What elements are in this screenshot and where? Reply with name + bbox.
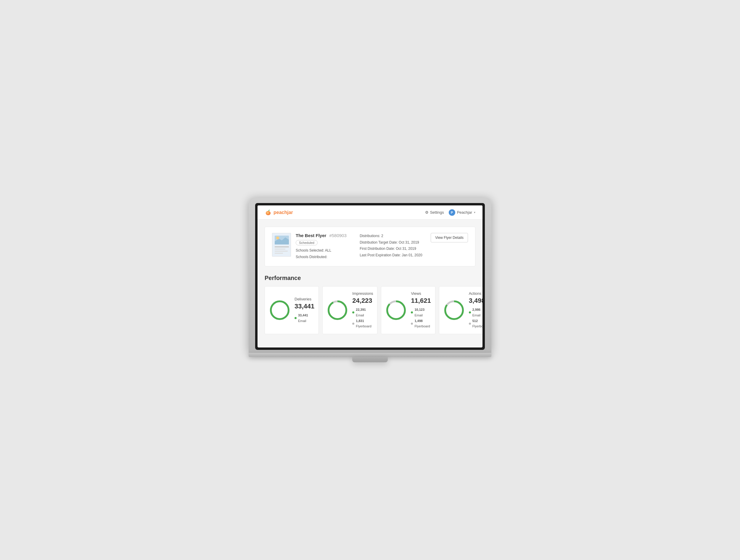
metric-value-views: 11,621 xyxy=(411,297,431,304)
metric-label-deliveries: Deliveries xyxy=(294,297,314,301)
laptop-base xyxy=(249,353,491,357)
email-breakdown: 33,441 Email xyxy=(294,312,314,323)
flyerboard-breakdown: 1,498 Flyerboard xyxy=(411,318,431,329)
gear-icon: ⚙ xyxy=(425,210,429,214)
email-dot xyxy=(352,311,354,313)
flyerboard-dot xyxy=(469,322,471,325)
app-content: The Best Flyer #580903 Scheduled Schools… xyxy=(258,220,482,341)
first-dist-row: First Distribution Date: Oct 31, 2019 xyxy=(360,246,431,252)
svg-rect-5 xyxy=(275,246,289,248)
laptop-container: peachjar ⚙ Settings P Peachjar ▾ xyxy=(249,198,491,362)
metric-label-impressions: Impressions xyxy=(352,291,373,296)
flyer-thumbnail-image xyxy=(272,233,291,256)
expiration-date-row: Last Post Expiration Date: Jan 01, 2020 xyxy=(360,252,431,259)
flyerboard-breakdown: 512 Flyerboard xyxy=(469,318,482,329)
email-dot xyxy=(294,317,297,319)
metric-info-impressions: Impressions 24,223 22,391 Email 1,831 Fl… xyxy=(352,291,373,329)
flyer-id: #580903 xyxy=(329,233,346,238)
donut-chart-impressions xyxy=(327,299,348,321)
view-flyer-details-button[interactable]: View Flyer Details xyxy=(431,233,468,243)
flyer-card: The Best Flyer #580903 Scheduled Schools… xyxy=(265,227,475,266)
donut-chart-actions xyxy=(443,299,465,321)
svg-rect-6 xyxy=(275,249,285,250)
settings-button[interactable]: ⚙ Settings xyxy=(425,210,444,214)
metric-breakdown-deliveries: 33,441 Email xyxy=(294,312,314,323)
donut-chart-deliveries xyxy=(269,299,290,321)
flyer-thumbnail xyxy=(272,233,291,257)
metric-info-actions: Actions 3,498 2,986 Email 512 Flyerboard xyxy=(469,291,482,329)
metric-value-impressions: 24,223 xyxy=(352,297,373,304)
metric-value-deliveries: 33,441 xyxy=(294,302,314,310)
logo-area: peachjar xyxy=(265,209,293,216)
flyer-info: The Best Flyer #580903 Scheduled Schools… xyxy=(296,233,355,260)
metric-card-impressions: Impressions 24,223 22,391 Email 1,831 Fl… xyxy=(322,286,377,334)
status-badge: Scheduled xyxy=(296,240,317,245)
schools-distributed-row: Schools Distributed: xyxy=(296,254,355,261)
metrics-grid: Deliveries 33,441 33,441 Email xyxy=(265,286,475,334)
metric-value-actions: 3,498 xyxy=(469,297,482,304)
schools-selected-row: Schools Selected: ALL xyxy=(296,248,355,254)
metric-label-views: Views xyxy=(411,291,431,296)
metric-card-deliveries: Deliveries 33,441 33,441 Email xyxy=(265,286,319,334)
metric-card-actions: Actions 3,498 2,986 Email 512 Flyerboard xyxy=(439,286,482,334)
svg-rect-8 xyxy=(275,253,283,254)
metric-card-views: Views 11,621 10,123 Email 1,498 Flyerboa… xyxy=(381,286,435,334)
flyer-preview-svg xyxy=(272,233,291,257)
metric-breakdown-impressions: 22,391 Email 1,831 Flyerboard xyxy=(352,307,373,329)
screen: peachjar ⚙ Settings P Peachjar ▾ xyxy=(258,205,482,348)
performance-section: Performance Deliveries 33,441 xyxy=(265,275,475,334)
peachjar-logo-icon xyxy=(265,209,272,216)
performance-title: Performance xyxy=(265,275,475,281)
header-right: ⚙ Settings P Peachjar ▾ xyxy=(425,209,475,216)
user-menu-button[interactable]: P Peachjar ▾ xyxy=(449,209,475,216)
svg-rect-7 xyxy=(275,251,288,252)
chevron-down-icon: ▾ xyxy=(474,211,475,214)
metric-label-actions: Actions xyxy=(469,291,482,296)
user-avatar: P xyxy=(449,209,455,216)
flyerboard-dot xyxy=(352,322,354,325)
app-header: peachjar ⚙ Settings P Peachjar ▾ xyxy=(258,205,482,220)
settings-label: Settings xyxy=(430,210,444,214)
donut-chart-views xyxy=(385,299,407,321)
email-breakdown: 10,123 Email xyxy=(411,307,431,318)
flyerboard-dot xyxy=(411,322,413,325)
flyer-meta: Schools Selected: ALL Schools Distribute… xyxy=(296,248,355,260)
screen-bezel: peachjar ⚙ Settings P Peachjar ▾ xyxy=(255,203,485,350)
svg-point-4 xyxy=(276,237,279,240)
flyer-details: Distributions: 2 Distribution Target Dat… xyxy=(360,233,431,260)
laptop-stand xyxy=(352,357,388,362)
logo-text: peachjar xyxy=(274,210,293,215)
metric-breakdown-actions: 2,986 Email 512 Flyerboard xyxy=(469,307,482,329)
flyer-title-row: The Best Flyer #580903 xyxy=(296,233,355,238)
svg-point-10 xyxy=(271,301,289,319)
laptop-screen-body: peachjar ⚙ Settings P Peachjar ▾ xyxy=(249,198,491,353)
flyer-title: The Best Flyer xyxy=(296,233,326,238)
distributions-row: Distributions: 2 xyxy=(360,233,431,240)
metric-breakdown-views: 10,123 Email 1,498 Flyerboard xyxy=(411,307,431,329)
metric-info-views: Views 11,621 10,123 Email 1,498 Flyerboa… xyxy=(411,291,431,329)
metric-info-deliveries: Deliveries 33,441 33,441 Email xyxy=(294,297,314,323)
user-name: Peachjar xyxy=(457,210,472,214)
target-date-row: Distribution Target Date: Oct 31, 2019 xyxy=(360,240,431,246)
email-dot xyxy=(469,311,471,313)
svg-point-1 xyxy=(266,211,271,215)
flyerboard-breakdown: 1,831 Flyerboard xyxy=(352,318,373,329)
email-breakdown: 2,986 Email xyxy=(469,307,482,318)
email-breakdown: 22,391 Email xyxy=(352,307,373,318)
svg-point-13 xyxy=(329,301,346,319)
flyer-left: The Best Flyer #580903 Scheduled Schools… xyxy=(272,233,431,260)
email-dot xyxy=(411,311,413,313)
